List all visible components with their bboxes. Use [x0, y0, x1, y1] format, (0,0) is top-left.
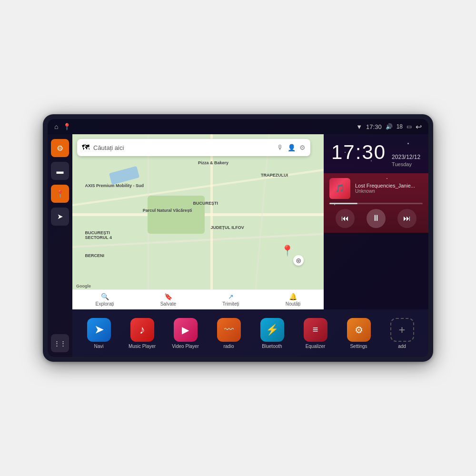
app-label-bluetooth: Bluetooth — [262, 344, 282, 349]
music-info: 🎵 Lost Frequencies_Janie... Unknown — [329, 178, 423, 199]
saved-icon: 🔖 — [164, 293, 172, 300]
next-icon: ⏭ — [403, 214, 411, 223]
music-artist: Unknown — [355, 188, 423, 194]
sidebar: ⚙ ▬ 📍 ➤ ⋮⋮ — [48, 134, 72, 357]
app-label-radio: radio — [223, 344, 234, 349]
music-icon: ♪ — [139, 323, 145, 337]
prev-icon: ⏮ — [341, 214, 349, 223]
clock-date: 2023/12/12 — [392, 154, 420, 160]
album-art: 🎵 — [329, 178, 350, 199]
mic-icon[interactable]: 🎙 — [277, 144, 284, 151]
pause-icon: ⏸ — [372, 213, 380, 223]
music-app-icon: ♪ — [130, 318, 154, 342]
device-screen: ⌂ 📍 ▼ 17:30 🔊 18 ▭ ↩ ⚙ ▬ — [48, 119, 428, 357]
map-tab-news[interactable]: 🔔 Noutăți — [286, 293, 301, 307]
map-area[interactable]: AXIS Premium Mobility - Sud Pizza & Bake… — [72, 134, 324, 309]
map-tab-saved-label: Salvate — [160, 301, 176, 307]
sidebar-item-settings[interactable]: ⚙ — [51, 139, 69, 157]
app-label-settings: Settings — [350, 344, 367, 349]
app-item-navi[interactable]: ➤ Navi — [82, 318, 116, 349]
map-tab-explore-label: Explorați — [96, 301, 114, 307]
share-icon: ↗ — [228, 293, 234, 300]
music-widget: 🎵 Lost Frequencies_Janie... Unknown — [324, 173, 428, 233]
sidebar-item-map[interactable]: 📍 — [51, 185, 69, 203]
map-tab-saved[interactable]: 🔖 Salvate — [160, 293, 176, 307]
news-icon: 🔔 — [289, 293, 297, 300]
map-icon[interactable]: 📍 — [63, 123, 71, 130]
music-title: Lost Frequencies_Janie... — [355, 183, 423, 188]
main-area: ⚙ ▬ 📍 ➤ ⋮⋮ — [48, 134, 428, 357]
settings-app-icon: ⚙ — [347, 318, 371, 342]
clock-display: 17:30 — [331, 141, 386, 164]
files-icon: ▬ — [57, 167, 64, 175]
settings-icon: ⚙ — [57, 144, 63, 153]
radio-app-icon: 〰 — [217, 318, 241, 342]
battery-icon: ▭ — [407, 123, 412, 130]
app-item-music-player[interactable]: ♪ Music Player — [126, 318, 159, 349]
map-tab-share-label: Trimiteți — [222, 301, 239, 307]
app-label-music-player: Music Player — [129, 344, 156, 349]
bluetooth-icon: ⚡ — [266, 324, 278, 336]
add-icon: + — [398, 323, 405, 337]
wifi-icon: ▼ — [356, 123, 362, 130]
status-time: 17:30 — [366, 123, 382, 130]
status-bar-left: ⌂ 📍 — [54, 123, 71, 130]
map-pin-icon: 📍 — [56, 189, 65, 198]
app-item-video-player[interactable]: ▶ Video Player — [169, 318, 202, 349]
pause-button[interactable]: ⏸ — [367, 209, 386, 228]
add-app-icon: + — [390, 318, 414, 342]
album-art-image: 🎵 — [329, 178, 350, 199]
app-item-add[interactable]: + add — [386, 318, 419, 349]
app-label-equalizer: Equalizer — [306, 344, 326, 349]
home-icon[interactable]: ⌂ — [54, 123, 58, 130]
next-button[interactable]: ⏭ — [397, 209, 416, 228]
app-item-radio[interactable]: 〰 radio — [212, 318, 246, 349]
map-tabs: 🔍 Explorați 🔖 Salvate ↗ Trimiteți — [72, 289, 324, 309]
equalizer-icon: ≡ — [313, 324, 318, 335]
equalizer-app-icon: ≡ — [304, 318, 327, 342]
music-progress-fill — [329, 203, 357, 204]
search-placeholder: Căutați aici — [93, 144, 273, 151]
sidebar-item-files[interactable]: ▬ — [51, 162, 69, 180]
battery-level: 18 — [397, 123, 403, 130]
map-tab-news-label: Noutăți — [286, 301, 301, 307]
radio-icon: 〰 — [224, 324, 234, 335]
app-dock: ➤ Navi ♪ Music Player ▶ Vid — [72, 309, 428, 357]
navi-icon: ➤ — [95, 324, 103, 336]
back-icon[interactable]: ↩ — [416, 122, 422, 131]
settings-app-icon-symbol: ⚙ — [355, 324, 363, 336]
clock-widget: 17:30 2023/12/12 Tuesday — [324, 134, 428, 173]
app-item-equalizer[interactable]: ≡ Equalizer — [299, 318, 332, 349]
app-item-bluetooth[interactable]: ⚡ Bluetooth — [256, 318, 289, 349]
device-frame: ⌂ 📍 ▼ 17:30 🔊 18 ▭ ↩ ⚙ ▬ — [43, 114, 433, 362]
music-controls: ⏮ ⏸ ⏭ — [329, 209, 423, 228]
volume-icon: 🔊 — [386, 123, 393, 130]
apps-grid-icon: ⋮⋮ — [54, 340, 66, 347]
app-label-navi: Navi — [94, 344, 103, 349]
app-label-add: add — [398, 344, 406, 349]
google-maps-icon: 🗺 — [82, 143, 89, 152]
sidebar-item-nav[interactable]: ➤ — [51, 208, 69, 226]
explore-icon: 🔍 — [101, 293, 109, 300]
app-item-settings[interactable]: ⚙ Settings — [342, 318, 376, 349]
navi-app-icon: ➤ — [87, 318, 111, 342]
app-label-video-player: Video Player — [172, 344, 199, 349]
sidebar-item-apps[interactable]: ⋮⋮ — [51, 334, 69, 352]
right-panel: 17:30 2023/12/12 Tuesday — [324, 134, 428, 309]
clock-day: Tuesday — [392, 160, 420, 169]
map-tab-share[interactable]: ↗ Trimiteți — [222, 293, 239, 307]
bluetooth-app-icon: ⚡ — [260, 318, 284, 342]
map-tab-explore[interactable]: 🔍 Explorați — [96, 293, 114, 307]
video-icon: ▶ — [182, 324, 189, 336]
account-icon[interactable]: 👤 — [288, 144, 296, 151]
status-bar-right: ▼ 17:30 🔊 18 ▭ ↩ — [356, 122, 422, 131]
settings-dots-icon[interactable]: ⚙ — [299, 144, 306, 151]
map-search-bar[interactable]: 🗺 Căutați aici 🎙 👤 ⚙ — [77, 139, 310, 156]
video-app-icon: ▶ — [174, 318, 198, 342]
nav-icon: ➤ — [57, 212, 63, 221]
music-text: Lost Frequencies_Janie... Unknown — [355, 183, 423, 194]
prev-button[interactable]: ⏮ — [336, 209, 355, 228]
status-bar: ⌂ 📍 ▼ 17:30 🔊 18 ▭ ↩ — [48, 119, 428, 134]
music-progress-bar[interactable] — [329, 203, 423, 204]
